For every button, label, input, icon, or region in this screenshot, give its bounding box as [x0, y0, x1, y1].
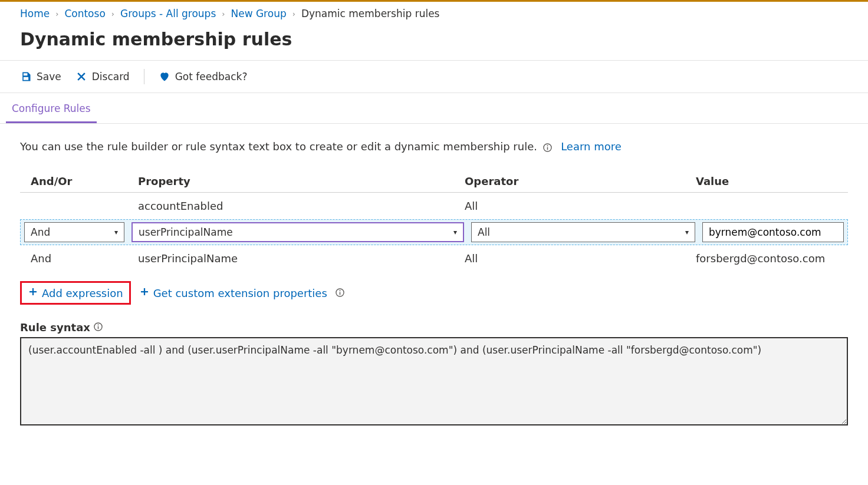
- table-row: accountEnabled All: [20, 193, 848, 219]
- tab-configure-rules[interactable]: Configure Rules: [6, 93, 97, 123]
- table-header-row: And/Or Property Operator Value: [20, 170, 848, 193]
- info-icon: [543, 143, 552, 152]
- breadcrumb-groups[interactable]: Groups - All groups: [120, 8, 216, 19]
- table-row-active: And ▾ userPrincipalName ▾ All ▾: [20, 219, 848, 245]
- page-title: Dynamic membership rules: [20, 29, 848, 50]
- add-expression-button[interactable]: Add expression: [28, 286, 123, 299]
- svg-rect-1: [547, 147, 548, 150]
- get-custom-extension-label: Get custom extension properties: [153, 287, 327, 299]
- save-label: Save: [37, 71, 61, 83]
- chevron-right-icon: ›: [111, 9, 114, 18]
- breadcrumb-contoso[interactable]: Contoso: [64, 8, 105, 19]
- chevron-down-icon: ▾: [114, 228, 118, 236]
- cell-property: accountEnabled: [138, 200, 458, 212]
- col-property: Property: [138, 175, 458, 187]
- breadcrumb-home[interactable]: Home: [20, 8, 50, 19]
- property-dropdown[interactable]: userPrincipalName ▾: [131, 222, 464, 242]
- rule-table: And/Or Property Operator Value accountEn…: [20, 170, 848, 272]
- add-expression-label: Add expression: [42, 287, 123, 299]
- intro-text: You can use the rule builder or rule syn…: [20, 140, 848, 153]
- chevron-down-icon: ▾: [453, 228, 457, 236]
- andor-value: And: [31, 226, 50, 238]
- chevron-right-icon: ›: [55, 9, 58, 18]
- cell-operator: All: [465, 200, 689, 212]
- info-icon: [94, 321, 103, 334]
- svg-point-5: [339, 290, 340, 291]
- toolbar: Save Discard Got feedback?: [0, 61, 868, 93]
- operator-dropdown[interactable]: All ▾: [471, 222, 695, 242]
- svg-rect-4: [340, 292, 341, 295]
- cell-value: forsbergd@contoso.com: [696, 252, 837, 265]
- plus-icon: [28, 286, 38, 299]
- cell-operator: All: [465, 252, 689, 265]
- col-operator: Operator: [465, 175, 689, 187]
- tabs: Configure Rules: [0, 93, 868, 124]
- heart-icon: [159, 71, 170, 83]
- operator-value: All: [478, 226, 490, 238]
- svg-point-8: [98, 324, 99, 325]
- discard-label: Discard: [92, 71, 130, 83]
- chevron-right-icon: ›: [222, 9, 225, 18]
- toolbar-divider: [144, 69, 144, 84]
- info-icon: [336, 287, 344, 299]
- save-icon: [20, 71, 32, 83]
- cell-property: userPrincipalName: [138, 252, 458, 265]
- col-andor: And/Or: [31, 175, 131, 187]
- value-input[interactable]: [702, 222, 844, 242]
- discard-button[interactable]: Discard: [75, 71, 130, 83]
- andor-dropdown[interactable]: And ▾: [24, 222, 124, 242]
- col-value: Value: [696, 175, 837, 187]
- plus-icon: [139, 286, 150, 299]
- rule-syntax-label-text: Rule syntax: [20, 321, 90, 334]
- chevron-right-icon: ›: [292, 9, 295, 18]
- breadcrumb: Home › Contoso › Groups - All groups › N…: [0, 2, 868, 23]
- table-row: And userPrincipalName All forsbergd@cont…: [20, 245, 848, 272]
- property-value: userPrincipalName: [139, 226, 233, 238]
- svg-rect-7: [98, 326, 99, 329]
- intro-text-span: You can use the rule builder or rule syn…: [20, 140, 537, 153]
- breadcrumb-current: Dynamic membership rules: [301, 8, 440, 19]
- breadcrumb-newgroup[interactable]: New Group: [231, 8, 286, 19]
- rule-syntax-textarea[interactable]: [20, 337, 848, 425]
- feedback-label: Got feedback?: [175, 71, 248, 83]
- chevron-down-icon: ▾: [685, 228, 689, 236]
- rule-syntax-label: Rule syntax: [20, 321, 848, 334]
- save-button[interactable]: Save: [20, 71, 61, 83]
- svg-point-2: [547, 145, 548, 146]
- cell-andor: And: [31, 252, 131, 265]
- feedback-button[interactable]: Got feedback?: [159, 71, 248, 83]
- close-icon: [75, 71, 87, 83]
- learn-more-link[interactable]: Learn more: [561, 140, 622, 153]
- get-custom-extension-button[interactable]: Get custom extension properties: [139, 286, 327, 299]
